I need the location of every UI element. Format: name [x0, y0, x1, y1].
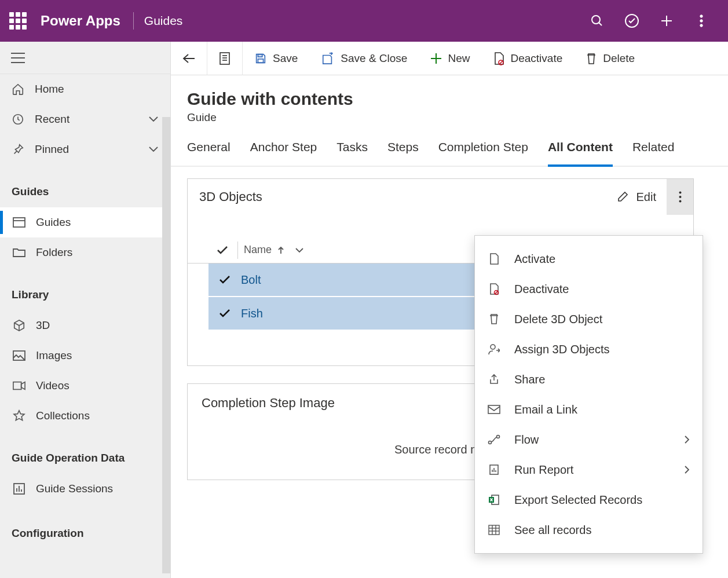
chevron-down-icon[interactable] [295, 247, 304, 253]
svg-point-40 [489, 441, 492, 444]
task-checker-icon[interactable] [614, 0, 649, 42]
sidebar-item-folders[interactable]: Folders [0, 237, 170, 268]
svg-point-38 [491, 345, 495, 349]
mail-icon [488, 405, 500, 414]
sidebar-item-3d[interactable]: 3D [0, 310, 170, 341]
column-name-label: Name [244, 244, 272, 256]
search-icon[interactable] [580, 0, 614, 42]
tab-anchor-step[interactable]: Anchor Step [250, 140, 317, 166]
pencil-icon [617, 191, 628, 203]
row-check-icon[interactable] [213, 275, 236, 284]
svg-point-33 [679, 192, 681, 194]
delete-label: Delete [603, 52, 635, 65]
sidebar-section-opdata: Guide Operation Data [0, 442, 170, 474]
ctx-activate[interactable]: Activate [475, 244, 703, 274]
header-separator [133, 12, 134, 30]
trash-icon [586, 52, 597, 65]
pin-icon [12, 143, 24, 156]
brand-label: Power Apps [41, 13, 120, 29]
sidebar-item-label: Images [36, 349, 72, 362]
sidebar-item-collections[interactable]: Collections [0, 401, 170, 431]
chart-icon [13, 483, 25, 495]
deactivate-button[interactable]: Deactivate [481, 42, 574, 75]
plus-icon [430, 53, 442, 64]
subgrid-edit-button[interactable]: Edit [612, 191, 661, 204]
ctx-share[interactable]: Share [475, 364, 703, 394]
sidebar-item-label: Guides [36, 216, 71, 229]
save-label: Save [273, 52, 298, 65]
scrollbar[interactable] [162, 117, 170, 573]
sidebar-section-library: Library [0, 279, 170, 310]
ctx-see-all[interactable]: See all records [475, 515, 703, 545]
sidebar-item-label: Collections [36, 409, 90, 422]
tab-steps[interactable]: Steps [387, 140, 419, 166]
sidebar-item-images[interactable]: Images [0, 341, 170, 371]
sidebar-item-videos[interactable]: Videos [0, 371, 170, 401]
app-name-label: Guides [144, 14, 183, 28]
sidebar-item-recent[interactable]: Recent [0, 104, 170, 134]
tab-tasks[interactable]: Tasks [336, 140, 368, 166]
deactivate-icon [493, 52, 504, 65]
deactivate-icon [488, 283, 500, 295]
save-close-icon [321, 52, 335, 65]
ctx-deactivate[interactable]: Deactivate [475, 274, 703, 304]
ctx-assign[interactable]: Assign 3D Objects [475, 334, 703, 364]
ctx-export-selected[interactable]: Export Selected Records [475, 485, 703, 515]
sidebar-item-guides[interactable]: Guides [0, 207, 170, 237]
sidebar-item-guide-sessions[interactable]: Guide Sessions [0, 474, 170, 504]
svg-point-35 [679, 200, 681, 203]
row-check-icon[interactable] [213, 309, 236, 318]
add-icon[interactable] [649, 0, 684, 42]
save-close-button[interactable]: Save & Close [309, 42, 419, 75]
tab-all-content[interactable]: All Content [548, 140, 613, 167]
share-icon [488, 374, 500, 385]
back-button[interactable] [171, 42, 207, 75]
sidebar-item-label: Recent [35, 113, 69, 126]
select-all-check-icon[interactable] [213, 246, 232, 255]
save-icon [254, 52, 267, 65]
ctx-run-report[interactable]: Run Report [475, 455, 703, 485]
ctx-flow[interactable]: Flow [475, 425, 703, 455]
command-bar: Save Save & Close New Deactivate [171, 42, 728, 75]
cube-icon [13, 319, 25, 332]
sidebar-item-label: Videos [36, 379, 69, 392]
ctx-email-link[interactable]: Email a Link [475, 394, 703, 425]
tab-completion-step[interactable]: Completion Step [438, 140, 528, 166]
flow-icon [488, 434, 500, 445]
form-selector-icon[interactable] [207, 42, 242, 75]
entity-icon [13, 217, 25, 228]
sidebar-item-pinned[interactable]: Pinned [0, 134, 170, 164]
header-more-icon[interactable] [684, 0, 719, 42]
subgrid-edit-label: Edit [636, 191, 656, 204]
save-button[interactable]: Save [243, 42, 309, 75]
ctx-label: Email a Link [514, 403, 577, 416]
context-menu: Activate Deactivate Delete 3D Object Ass… [474, 235, 703, 554]
cell-name[interactable]: Bolt [236, 273, 261, 287]
svg-point-41 [497, 436, 500, 438]
svg-line-1 [599, 23, 602, 25]
sidebar-toggle-icon[interactable] [10, 52, 25, 64]
tab-related[interactable]: Related [632, 140, 674, 166]
ctx-delete[interactable]: Delete 3D Object [475, 304, 703, 334]
sidebar-item-home[interactable]: Home [0, 74, 170, 104]
svg-rect-24 [258, 54, 262, 57]
sidebar-item-label: Guide Sessions [36, 482, 113, 495]
subgrid-more-icon[interactable] [667, 179, 693, 215]
video-icon [13, 381, 25, 390]
ctx-label: Assign 3D Objects [514, 343, 610, 356]
svg-point-7 [700, 24, 703, 27]
ctx-label: Deactivate [514, 283, 569, 296]
document-icon [488, 253, 500, 265]
sidebar-item-label: Home [35, 83, 64, 96]
commandbar-more-icon[interactable] [650, 42, 673, 75]
new-button[interactable]: New [419, 42, 481, 75]
deactivate-label: Deactivate [510, 52, 562, 65]
chevron-right-icon [684, 465, 690, 474]
app-launcher-icon[interactable] [9, 12, 27, 30]
svg-point-34 [679, 196, 681, 198]
tab-general[interactable]: General [187, 140, 231, 166]
svg-rect-48 [489, 525, 499, 535]
cell-name[interactable]: Fish [236, 307, 263, 320]
global-header: Power Apps Guides [0, 0, 728, 42]
delete-button[interactable]: Delete [574, 42, 646, 75]
